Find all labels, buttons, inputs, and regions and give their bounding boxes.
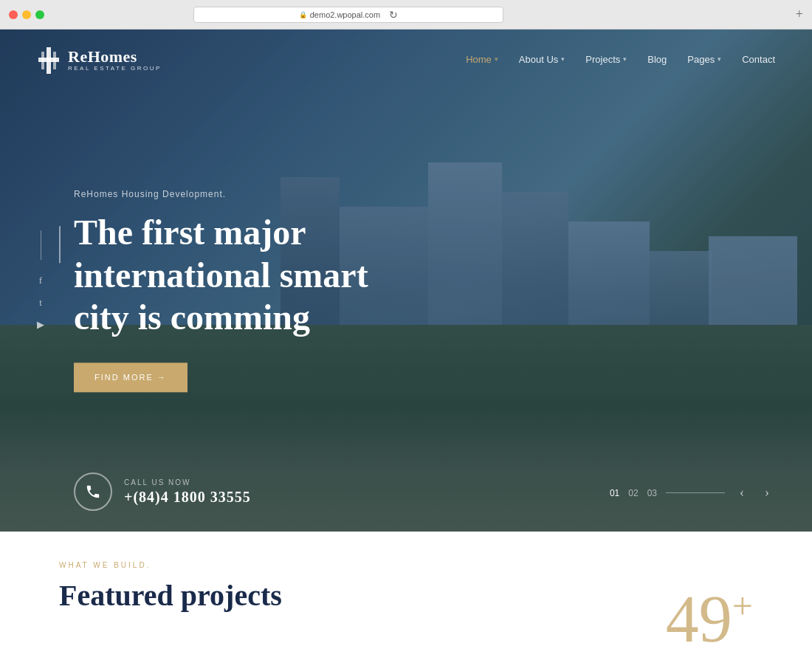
- logo-icon: [37, 44, 61, 74]
- svg-rect-2: [41, 52, 44, 69]
- below-fold-section: WHAT WE BUILD. Featured projects 49+: [0, 532, 812, 660]
- add-tab-button[interactable]: +: [796, 7, 803, 22]
- hero-section: ReHomes REAL ESTATE GROUP Home ▾ About U…: [0, 30, 812, 532]
- logo-name: ReHomes: [68, 47, 162, 66]
- minimize-button[interactable]: [22, 10, 31, 19]
- hero-divider: [59, 226, 61, 263]
- counter-plus: +: [732, 585, 753, 627]
- hero-content: ReHomes Housing Development. The first m…: [74, 189, 413, 392]
- chevron-down-icon: ▾: [561, 55, 565, 63]
- nav-item-blog[interactable]: Blog: [647, 54, 667, 65]
- maximize-button[interactable]: [35, 10, 44, 19]
- phone-icon[interactable]: [74, 472, 112, 511]
- nav-item-home[interactable]: Home ▾: [466, 54, 498, 65]
- traffic-lights: [9, 10, 44, 19]
- navbar: ReHomes REAL ESTATE GROUP Home ▾ About U…: [0, 30, 812, 89]
- hero-title: The first major international smart city…: [74, 211, 413, 339]
- site-wrapper: ReHomes REAL ESTATE GROUP Home ▾ About U…: [0, 30, 812, 660]
- call-info: CALL US NOW +(84)4 1800 33555: [124, 478, 251, 506]
- nav-item-projects[interactable]: Projects ▾: [585, 54, 627, 65]
- nav-item-about[interactable]: About Us ▾: [519, 54, 565, 65]
- chevron-down-icon: ▾: [623, 55, 627, 63]
- nav-item-pages[interactable]: Pages ▾: [687, 54, 721, 65]
- call-number: +(84)4 1800 33555: [124, 489, 251, 506]
- logo-subtitle: REAL ESTATE GROUP: [68, 65, 162, 72]
- address-bar[interactable]: 🔒 demo2.wpopal.com ↻: [193, 7, 503, 23]
- call-label: CALL US NOW: [124, 478, 251, 487]
- social-sidebar: f t ▶: [37, 230, 44, 331]
- slide-prev-button[interactable]: ‹: [734, 482, 750, 503]
- slide-next-button[interactable]: ›: [759, 482, 775, 503]
- twitter-icon[interactable]: t: [37, 297, 44, 309]
- call-bar: CALL US NOW +(84)4 1800 33555: [74, 472, 251, 511]
- find-more-button[interactable]: FIND MORE →: [74, 362, 187, 392]
- slide-indicator-1[interactable]: 01: [610, 488, 619, 498]
- browser-chrome: 🔒 demo2.wpopal.com ↻ +: [0, 0, 812, 30]
- social-line: [41, 230, 41, 260]
- refresh-button[interactable]: ↻: [389, 9, 398, 21]
- svg-rect-3: [53, 52, 56, 69]
- facebook-icon[interactable]: f: [37, 275, 44, 286]
- lock-icon: 🔒: [299, 11, 307, 18]
- youtube-icon[interactable]: ▶: [37, 319, 44, 331]
- slide-progress-line: [666, 492, 725, 493]
- slide-indicators: 01 02 03 ‹ ›: [610, 482, 775, 503]
- logo-text-group: ReHomes REAL ESTATE GROUP: [68, 47, 162, 72]
- nav-links: Home ▾ About Us ▾ Projects ▾ Blog Pages …: [466, 54, 775, 65]
- nav-item-contact[interactable]: Contact: [742, 54, 775, 65]
- featured-title: Featured projects: [59, 578, 753, 613]
- chevron-down-icon: ▾: [495, 55, 498, 63]
- counter-number: 49+: [666, 582, 753, 656]
- counter-area: 49+: [666, 586, 753, 653]
- logo-area[interactable]: ReHomes REAL ESTATE GROUP: [37, 44, 162, 74]
- section-label: WHAT WE BUILD.: [59, 561, 753, 569]
- chevron-down-icon: ▾: [718, 55, 721, 63]
- url-text: demo2.wpopal.com: [310, 10, 380, 19]
- hero-subtitle: ReHomes Housing Development.: [74, 189, 413, 199]
- slide-indicator-3[interactable]: 03: [647, 488, 657, 498]
- slide-indicator-2[interactable]: 02: [628, 488, 638, 498]
- close-button[interactable]: [9, 10, 18, 19]
